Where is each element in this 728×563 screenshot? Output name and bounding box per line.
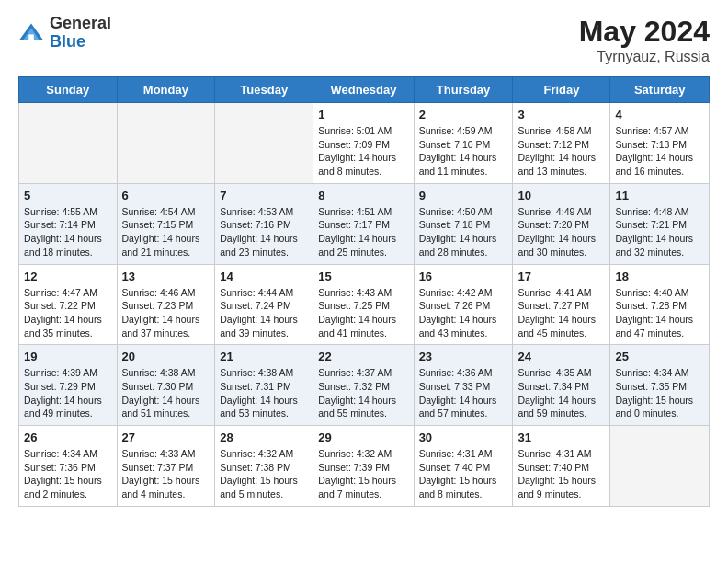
day-number: 20 — [122, 350, 210, 363]
calendar-cell: 10Sunrise: 4:49 AM Sunset: 7:20 PM Dayli… — [513, 183, 610, 264]
logo-text: General Blue — [50, 15, 111, 52]
day-info: Sunrise: 4:35 AM Sunset: 7:34 PM Dayligh… — [518, 366, 605, 420]
day-number: 15 — [318, 270, 408, 283]
day-info: Sunrise: 4:38 AM Sunset: 7:31 PM Dayligh… — [220, 366, 308, 420]
week-row-2: 12Sunrise: 4:47 AM Sunset: 7:22 PM Dayli… — [19, 264, 710, 345]
calendar-cell: 19Sunrise: 4:39 AM Sunset: 7:29 PM Dayli… — [19, 345, 118, 426]
calendar-cell: 22Sunrise: 4:37 AM Sunset: 7:32 PM Dayli… — [313, 345, 414, 426]
calendar-cell — [19, 103, 118, 184]
calendar-cell: 23Sunrise: 4:36 AM Sunset: 7:33 PM Dayli… — [414, 345, 513, 426]
week-row-1: 5Sunrise: 4:55 AM Sunset: 7:14 PM Daylig… — [19, 183, 710, 264]
page: General Blue May 2024 Tyrnyauz, Russia S… — [0, 0, 728, 525]
calendar-cell: 13Sunrise: 4:46 AM Sunset: 7:23 PM Dayli… — [117, 264, 215, 345]
calendar-cell: 31Sunrise: 4:31 AM Sunset: 7:40 PM Dayli… — [513, 426, 610, 507]
day-number: 27 — [122, 431, 210, 444]
day-number: 25 — [615, 350, 704, 363]
day-info: Sunrise: 4:34 AM Sunset: 7:36 PM Dayligh… — [24, 447, 112, 501]
calendar-cell: 11Sunrise: 4:48 AM Sunset: 7:21 PM Dayli… — [610, 183, 710, 264]
day-info: Sunrise: 4:42 AM Sunset: 7:26 PM Dayligh… — [419, 286, 508, 340]
day-info: Sunrise: 4:49 AM Sunset: 7:20 PM Dayligh… — [518, 205, 605, 259]
calendar-cell: 26Sunrise: 4:34 AM Sunset: 7:36 PM Dayli… — [19, 426, 118, 507]
day-info: Sunrise: 4:55 AM Sunset: 7:14 PM Dayligh… — [24, 205, 112, 259]
day-info: Sunrise: 4:38 AM Sunset: 7:30 PM Dayligh… — [122, 366, 210, 420]
logo-blue: Blue — [50, 33, 111, 52]
calendar-cell: 8Sunrise: 4:51 AM Sunset: 7:17 PM Daylig… — [313, 183, 414, 264]
day-number: 8 — [318, 189, 408, 202]
day-number: 24 — [518, 350, 605, 363]
calendar-cell: 29Sunrise: 4:32 AM Sunset: 7:39 PM Dayli… — [313, 426, 414, 507]
day-info: Sunrise: 4:44 AM Sunset: 7:24 PM Dayligh… — [220, 286, 308, 340]
title-location: Tyrnyauz, Russia — [579, 49, 710, 65]
day-number: 16 — [419, 270, 508, 283]
calendar-cell: 7Sunrise: 4:53 AM Sunset: 7:16 PM Daylig… — [215, 183, 313, 264]
day-info: Sunrise: 4:39 AM Sunset: 7:29 PM Dayligh… — [24, 366, 112, 420]
day-number: 13 — [122, 270, 210, 283]
week-row-4: 26Sunrise: 4:34 AM Sunset: 7:36 PM Dayli… — [19, 426, 710, 507]
header-tuesday: Tuesday — [215, 77, 313, 103]
calendar-cell: 30Sunrise: 4:31 AM Sunset: 7:40 PM Dayli… — [414, 426, 513, 507]
calendar-cell: 15Sunrise: 4:43 AM Sunset: 7:25 PM Dayli… — [313, 264, 414, 345]
header-saturday: Saturday — [610, 77, 710, 103]
day-info: Sunrise: 4:36 AM Sunset: 7:33 PM Dayligh… — [419, 366, 508, 420]
day-number: 6 — [122, 189, 210, 202]
calendar-cell — [610, 426, 710, 507]
day-number: 29 — [318, 431, 408, 444]
header-thursday: Thursday — [414, 77, 513, 103]
day-info: Sunrise: 4:47 AM Sunset: 7:22 PM Dayligh… — [24, 286, 112, 340]
title-month: May 2024 — [579, 15, 710, 49]
day-info: Sunrise: 4:58 AM Sunset: 7:12 PM Dayligh… — [518, 124, 605, 178]
day-number: 18 — [615, 270, 704, 283]
calendar-cell: 12Sunrise: 4:47 AM Sunset: 7:22 PM Dayli… — [19, 264, 118, 345]
calendar-table: Sunday Monday Tuesday Wednesday Thursday… — [18, 76, 710, 507]
day-info: Sunrise: 4:32 AM Sunset: 7:39 PM Dayligh… — [318, 447, 408, 501]
day-info: Sunrise: 4:59 AM Sunset: 7:10 PM Dayligh… — [419, 124, 508, 178]
day-number: 23 — [419, 350, 508, 363]
calendar-cell: 4Sunrise: 4:57 AM Sunset: 7:13 PM Daylig… — [610, 103, 710, 184]
calendar-cell: 9Sunrise: 4:50 AM Sunset: 7:18 PM Daylig… — [414, 183, 513, 264]
calendar-cell: 3Sunrise: 4:58 AM Sunset: 7:12 PM Daylig… — [513, 103, 610, 184]
logo-icon — [18, 20, 44, 46]
day-number: 28 — [220, 431, 308, 444]
header-wednesday: Wednesday — [313, 77, 414, 103]
day-info: Sunrise: 4:57 AM Sunset: 7:13 PM Dayligh… — [615, 124, 704, 178]
day-info: Sunrise: 4:46 AM Sunset: 7:23 PM Dayligh… — [122, 286, 210, 340]
day-number: 11 — [615, 189, 704, 202]
header-sunday: Sunday — [19, 77, 118, 103]
title-block: May 2024 Tyrnyauz, Russia — [579, 15, 710, 65]
day-info: Sunrise: 4:50 AM Sunset: 7:18 PM Dayligh… — [419, 205, 508, 259]
day-number: 22 — [318, 350, 408, 363]
day-info: Sunrise: 4:40 AM Sunset: 7:28 PM Dayligh… — [615, 286, 704, 340]
day-number: 9 — [419, 189, 508, 202]
day-number: 4 — [615, 108, 704, 121]
week-row-3: 19Sunrise: 4:39 AM Sunset: 7:29 PM Dayli… — [19, 345, 710, 426]
day-info: Sunrise: 5:01 AM Sunset: 7:09 PM Dayligh… — [318, 124, 408, 178]
day-number: 17 — [518, 270, 605, 283]
day-info: Sunrise: 4:31 AM Sunset: 7:40 PM Dayligh… — [518, 447, 605, 501]
calendar-cell: 5Sunrise: 4:55 AM Sunset: 7:14 PM Daylig… — [19, 183, 118, 264]
day-number: 7 — [220, 189, 308, 202]
day-info: Sunrise: 4:33 AM Sunset: 7:37 PM Dayligh… — [122, 447, 210, 501]
day-number: 31 — [518, 431, 605, 444]
day-info: Sunrise: 4:34 AM Sunset: 7:35 PM Dayligh… — [615, 366, 704, 420]
logo-general: General — [50, 15, 111, 33]
week-row-0: 1Sunrise: 5:01 AM Sunset: 7:09 PM Daylig… — [19, 103, 710, 184]
day-info: Sunrise: 4:54 AM Sunset: 7:15 PM Dayligh… — [122, 205, 210, 259]
logo: General Blue — [18, 15, 111, 52]
calendar-cell: 1Sunrise: 5:01 AM Sunset: 7:09 PM Daylig… — [313, 103, 414, 184]
day-number: 5 — [24, 189, 112, 202]
calendar-cell: 16Sunrise: 4:42 AM Sunset: 7:26 PM Dayli… — [414, 264, 513, 345]
day-info: Sunrise: 4:31 AM Sunset: 7:40 PM Dayligh… — [419, 447, 508, 501]
day-number: 21 — [220, 350, 308, 363]
day-number: 2 — [419, 108, 508, 121]
day-number: 14 — [220, 270, 308, 283]
calendar-cell: 17Sunrise: 4:41 AM Sunset: 7:27 PM Dayli… — [513, 264, 610, 345]
day-info: Sunrise: 4:32 AM Sunset: 7:38 PM Dayligh… — [220, 447, 308, 501]
calendar-cell: 6Sunrise: 4:54 AM Sunset: 7:15 PM Daylig… — [117, 183, 215, 264]
day-info: Sunrise: 4:37 AM Sunset: 7:32 PM Dayligh… — [318, 366, 408, 420]
calendar-cell: 27Sunrise: 4:33 AM Sunset: 7:37 PM Dayli… — [117, 426, 215, 507]
day-number: 3 — [518, 108, 605, 121]
header-monday: Monday — [117, 77, 215, 103]
day-number: 19 — [24, 350, 112, 363]
svg-rect-2 — [28, 34, 34, 40]
day-info: Sunrise: 4:43 AM Sunset: 7:25 PM Dayligh… — [318, 286, 408, 340]
